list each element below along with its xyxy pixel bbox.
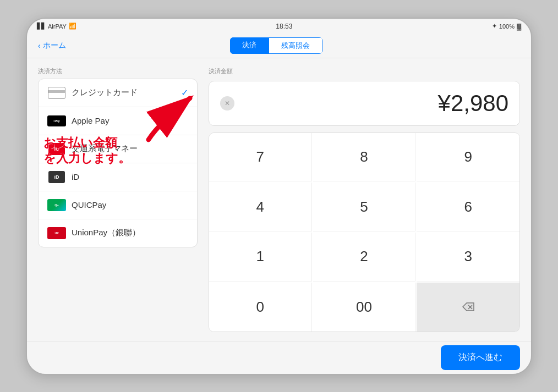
clear-amount-button[interactable]: ✕ xyxy=(220,96,234,111)
method-label-applepay: Apple Pay xyxy=(72,116,188,125)
key-0[interactable]: 0 xyxy=(209,283,312,332)
nav-bar: ‹ ホーム 決済 残高照会 xyxy=(27,34,531,58)
unionpay-icon: UP xyxy=(47,227,66,239)
chevron-left-icon: ‹ xyxy=(38,41,41,50)
status-right: ✦ 100% ▓ xyxy=(492,23,521,30)
method-item-applepay[interactable]: Pay Apple Pay xyxy=(39,107,197,135)
backspace-button[interactable] xyxy=(417,283,519,332)
key-2[interactable]: 2 xyxy=(313,233,416,281)
method-item-unionpay[interactable]: UP UnionPay（銀聯） xyxy=(39,219,197,247)
close-icon: ✕ xyxy=(225,100,230,107)
key-3[interactable]: 3 xyxy=(417,233,519,281)
bottom-bar: 決済へ進む xyxy=(27,341,531,374)
methods-list: クレジットカード ✓ Pay Apple Pay IC xyxy=(38,79,198,247)
key-9[interactable]: 9 xyxy=(417,133,519,182)
tab-balance[interactable]: 残高照会 xyxy=(269,37,322,54)
key-6[interactable]: 6 xyxy=(417,183,519,231)
method-label-id: iD xyxy=(72,172,188,181)
backspace-icon xyxy=(462,302,474,311)
nav-tabs: 決済 残高照会 xyxy=(230,37,322,54)
bluetooth-icon: ✦ xyxy=(492,23,497,30)
wifi-icon: 📶 xyxy=(69,23,76,30)
back-button[interactable]: ‹ ホーム xyxy=(38,41,66,51)
main-content: 決済方法 クレジットカード ✓ Pay xyxy=(27,58,531,341)
signal-icon: ▋▋ xyxy=(37,23,46,30)
ic-icon: IC xyxy=(47,143,66,155)
applepay-text: Pay xyxy=(54,119,60,123)
tablet-frame: ▋▋ AirPAY 📶 18:53 ✦ 100% ▓ ‹ ホーム 決済 残高照会… xyxy=(26,18,532,375)
keypad-grid: 7 8 9 4 5 6 1 2 3 0 00 xyxy=(209,132,520,332)
method-label-ic: 交通系電子マネー xyxy=(72,143,188,154)
method-item-credit[interactable]: クレジットカード ✓ xyxy=(39,79,197,107)
amount-value: ¥2,980 xyxy=(438,90,508,117)
proceed-button[interactable]: 決済へ進む xyxy=(441,345,520,370)
tab-payment[interactable]: 決済 xyxy=(230,37,269,54)
method-item-id[interactable]: iD iD xyxy=(39,163,197,191)
quicpay-icon: Q+ xyxy=(47,199,66,211)
method-label-quicpay: QUICPay xyxy=(72,200,188,209)
status-bar: ▋▋ AirPAY 📶 18:53 ✦ 100% ▓ xyxy=(27,19,531,34)
key-4[interactable]: 4 xyxy=(209,183,312,231)
key-7[interactable]: 7 xyxy=(209,133,312,182)
method-item-quicpay[interactable]: Q+ QUICPay xyxy=(39,191,197,219)
method-label-credit: クレジットカード xyxy=(72,87,176,98)
key-8[interactable]: 8 xyxy=(313,133,416,182)
status-left: ▋▋ AirPAY 📶 xyxy=(37,23,76,30)
time-display: 18:53 xyxy=(276,23,292,30)
carrier-label: AirPAY xyxy=(48,23,67,30)
id-icon: iD xyxy=(47,171,66,183)
back-label: ホーム xyxy=(43,41,66,51)
key-5[interactable]: 5 xyxy=(313,183,416,231)
payment-methods-panel: 決済方法 クレジットカード ✓ Pay xyxy=(38,67,198,332)
amount-section-label: 決済金額 xyxy=(209,67,520,75)
key-00[interactable]: 00 xyxy=(313,283,416,332)
battery-label: 100% xyxy=(499,23,515,30)
selected-check-icon: ✓ xyxy=(181,87,188,98)
keypad-panel: 決済金額 ✕ ¥2,980 7 8 9 4 5 6 1 2 3 0 00 xyxy=(209,67,520,332)
applepay-icon: Pay xyxy=(47,115,66,127)
method-label-unionpay: UnionPay（銀聯） xyxy=(72,228,188,238)
credit-card-icon xyxy=(47,87,66,99)
method-item-ic[interactable]: IC 交通系電子マネー xyxy=(39,135,197,163)
payment-methods-label: 決済方法 xyxy=(38,67,198,75)
amount-display: ✕ ¥2,980 xyxy=(209,81,520,126)
battery-icon: ▓ xyxy=(517,23,521,30)
key-1[interactable]: 1 xyxy=(209,233,312,281)
